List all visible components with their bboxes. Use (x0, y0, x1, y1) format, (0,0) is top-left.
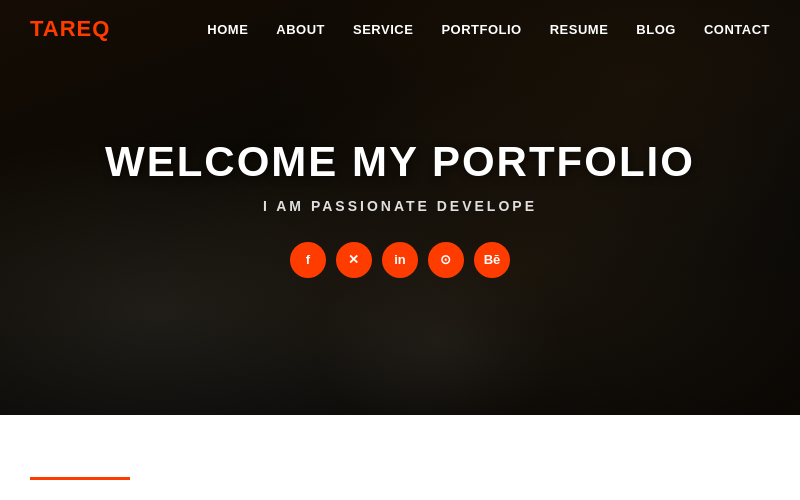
twitter-x-icon[interactable]: ✕ (336, 242, 372, 278)
social-icons-group: f ✕ in ⊙ Bē (105, 242, 695, 278)
linkedin-icon[interactable]: in (382, 242, 418, 278)
nav-links: HOME ABOUT SERVICE PORTFOLIO RESUME BLOG… (207, 20, 770, 38)
instagram-icon[interactable]: ⊙ (428, 242, 464, 278)
hero-subtitle: I AM PASSIONATE DEVELOPE (105, 198, 695, 214)
nav-item-portfolio[interactable]: PORTFOLIO (441, 20, 521, 38)
hero-content: WELCOME MY PORTFOLIO I AM PASSIONATE DEV… (105, 138, 695, 278)
hero-section: WELCOME MY PORTFOLIO I AM PASSIONATE DEV… (0, 0, 800, 415)
nav-item-about[interactable]: ABOUT (276, 20, 325, 38)
bottom-section (0, 415, 800, 500)
facebook-icon[interactable]: f (290, 242, 326, 278)
brand-logo[interactable]: TAREQ (30, 16, 110, 42)
nav-link-contact[interactable]: CONTACT (704, 22, 770, 37)
nav-link-service[interactable]: SERVICE (353, 22, 413, 37)
nav-item-contact[interactable]: CONTACT (704, 20, 770, 38)
bottom-divider (30, 477, 130, 480)
behance-icon[interactable]: Bē (474, 242, 510, 278)
nav-item-resume[interactable]: RESUME (550, 20, 609, 38)
navbar: TAREQ HOME ABOUT SERVICE PORTFOLIO RESUM… (0, 0, 800, 57)
nav-item-blog[interactable]: BLOG (636, 20, 676, 38)
nav-link-about[interactable]: ABOUT (276, 22, 325, 37)
nav-link-home[interactable]: HOME (207, 22, 248, 37)
nav-item-service[interactable]: SERVICE (353, 20, 413, 38)
nav-link-portfolio[interactable]: PORTFOLIO (441, 22, 521, 37)
nav-link-blog[interactable]: BLOG (636, 22, 676, 37)
hero-title: WELCOME MY PORTFOLIO (105, 138, 695, 186)
nav-link-resume[interactable]: RESUME (550, 22, 609, 37)
nav-item-home[interactable]: HOME (207, 20, 248, 38)
